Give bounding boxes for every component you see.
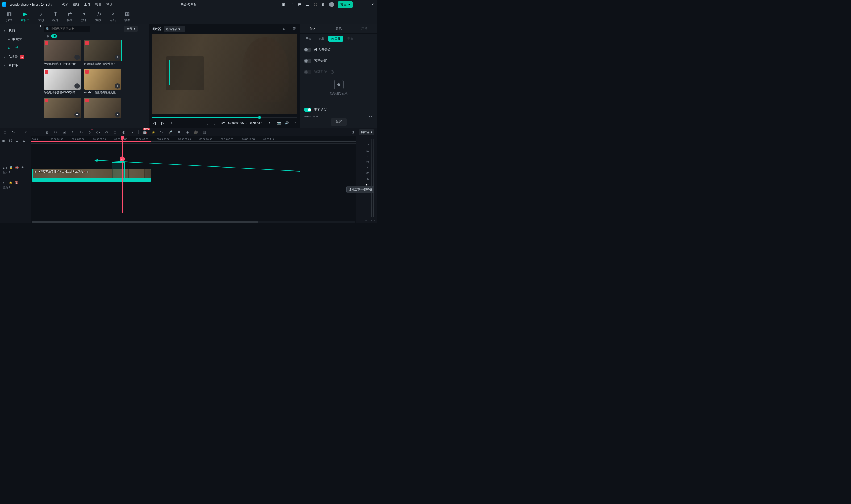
toggle-smart-cutout[interactable] xyxy=(304,59,311,63)
add-to-timeline-button[interactable]: + xyxy=(115,55,120,60)
mic-icon[interactable]: 🎤 xyxy=(168,130,173,134)
inspector-tab-speed[interactable]: 速度 xyxy=(351,24,377,33)
text-icon[interactable]: T▾ xyxy=(79,130,84,134)
media-thumb[interactable]: +芭蕾舞老師幫助小女孩拉伸 xyxy=(43,40,81,66)
zoom-out-icon[interactable]: − xyxy=(308,130,313,134)
menu-tools[interactable]: 工具 xyxy=(84,2,90,7)
redo-icon[interactable]: ↷ xyxy=(32,130,37,134)
inspector-tab-color[interactable]: 顏色 xyxy=(326,24,351,33)
cloud-icon[interactable]: ☁ xyxy=(305,2,310,7)
timeline-horizontal-scrollbar[interactable] xyxy=(32,221,355,223)
menu-help[interactable]: 幫助 xyxy=(106,2,113,7)
ai-robot-icon[interactable]: 🤖BETA xyxy=(142,130,147,134)
subtab-animation[interactable]: 動畫 xyxy=(345,36,356,42)
undo-icon[interactable]: ↶ xyxy=(24,130,29,134)
playhead[interactable] xyxy=(122,136,123,213)
more-button[interactable]: ⋯ xyxy=(140,27,146,31)
media-thumb[interactable]: + xyxy=(84,97,121,120)
tracking-rect[interactable] xyxy=(169,59,201,85)
sidebar-header-mine[interactable]: ▾我的 xyxy=(0,26,40,35)
tl-camera-icon[interactable]: 🎥 xyxy=(193,130,198,134)
toggle-plane-tracking[interactable] xyxy=(304,108,311,112)
quality-select[interactable]: 最高品質 ▾ xyxy=(164,26,185,32)
timeline-tracks[interactable]: 00:00 00:00:01:00 00:00:02:00 00:00:03:0… xyxy=(31,136,356,223)
sidebar-item-ai-draw[interactable]: ▸AI繪畫AI xyxy=(0,52,40,61)
monitor-icon[interactable]: ⌑ xyxy=(289,2,294,7)
tab-stickers[interactable]: ✧貼紙 xyxy=(110,11,116,22)
crop-to-fit-button[interactable]: ≡▾ xyxy=(220,120,225,126)
sidebar-item-downloads[interactable]: ⬇下載 xyxy=(0,43,40,52)
reset-button[interactable]: 重置 xyxy=(331,118,347,126)
toggle-motion-tracking[interactable] xyxy=(304,70,311,74)
playback-progress[interactable] xyxy=(151,117,297,118)
export-button[interactable]: 導出▾ xyxy=(338,1,352,8)
compare-icon[interactable]: ⧉ xyxy=(283,27,288,32)
minimize-icon[interactable]: — xyxy=(356,3,360,6)
audio-beat-icon[interactable]: ♫ xyxy=(70,130,75,134)
tab-transitions[interactable]: ⇄轉場 xyxy=(67,11,73,22)
tab-media[interactable]: ▥媒體 xyxy=(6,11,12,22)
subtab-ai-tools[interactable]: AI 工具 xyxy=(328,36,343,42)
zoom-in-icon[interactable]: + xyxy=(342,130,346,134)
lock-icon[interactable]: 🔒 xyxy=(9,166,13,170)
display-icon[interactable]: 🖵 xyxy=(268,120,273,126)
add-to-timeline-button[interactable]: + xyxy=(115,112,120,117)
tl-link-icon[interactable]: ▣ xyxy=(2,139,6,143)
fullscreen-icon[interactable]: ⤢ xyxy=(292,120,297,126)
subtab-basic[interactable]: 基礎 xyxy=(303,36,314,42)
mark-out-button[interactable]: } xyxy=(212,120,218,126)
filter-dropdown[interactable]: 全部▾ xyxy=(124,26,138,32)
save-icon[interactable]: ⬒ xyxy=(297,2,302,7)
apps-icon[interactable]: ⊞ xyxy=(321,2,326,7)
tab-titles[interactable]: T標題 xyxy=(52,11,58,22)
mute-icon[interactable]: 🔇 xyxy=(15,166,19,170)
sidebar-item-favorites[interactable]: ☆收藏夾 xyxy=(0,35,40,43)
close-icon[interactable]: ✕ xyxy=(371,3,375,6)
menu-file[interactable]: 檔案 xyxy=(62,2,68,7)
delete-icon[interactable]: 🗑 xyxy=(45,130,50,134)
stop-button[interactable]: □ xyxy=(177,120,182,126)
menu-edit[interactable]: 編輯 xyxy=(73,2,79,7)
add-to-timeline-button[interactable]: + xyxy=(74,55,80,60)
next-frame-button[interactable]: |▷ xyxy=(160,120,165,126)
tracking-tl-icon[interactable]: ⊡ xyxy=(113,130,117,134)
lock-icon[interactable]: 🔒 xyxy=(9,181,13,184)
tl-ripple-icon[interactable]: ⊏ xyxy=(23,139,27,143)
zoom-slider[interactable] xyxy=(317,132,338,132)
tl-grid-icon[interactable]: ▥ xyxy=(202,130,206,134)
video-clip[interactable]: ▶网课结束后老师和学生相互说再见镜头♦◈ xyxy=(33,168,151,182)
maximize-icon[interactable]: ◻ xyxy=(364,3,367,6)
more-tools-icon[interactable]: » xyxy=(130,130,134,134)
reset-tracker-icon[interactable]: ⟲ xyxy=(369,115,374,117)
tab-audio[interactable]: ♪音頻 xyxy=(38,11,44,22)
color-tl-icon[interactable]: ◐ xyxy=(121,130,126,134)
toggle-ai-portrait[interactable] xyxy=(304,48,311,52)
tl-chain-icon[interactable]: ⛓ xyxy=(9,139,13,143)
media-thumb[interactable]: +白色漁網手套是ASMR的最... xyxy=(43,69,81,94)
tab-templates[interactable]: ▦模板 xyxy=(124,11,130,22)
selection-region[interactable] xyxy=(112,162,125,182)
crop-icon[interactable]: ▣ xyxy=(62,130,67,134)
media-thumb[interactable]: + xyxy=(43,97,81,120)
snapshot-icon[interactable]: 📷 xyxy=(276,120,282,126)
screenshot-icon[interactable]: ▣ xyxy=(282,2,286,7)
eye-icon[interactable]: 👁 xyxy=(21,166,25,170)
menu-view[interactable]: 視圖 xyxy=(95,2,102,7)
timeline-ruler[interactable]: 00:00 00:00:01:00 00:00:02:00 00:00:03:0… xyxy=(31,136,356,144)
timer-icon[interactable]: ⏱ xyxy=(104,130,109,134)
mark-in-button[interactable]: { xyxy=(204,120,210,126)
prev-frame-button[interactable]: ◁| xyxy=(151,120,157,126)
media-thumb[interactable]: +ASMR，自主感覺經絡反應 xyxy=(84,69,121,94)
add-to-timeline-button[interactable]: + xyxy=(74,83,80,89)
tab-filters[interactable]: ◎濾鏡 xyxy=(95,11,101,22)
add-to-timeline-button[interactable]: + xyxy=(115,83,120,89)
subtitle-icon[interactable]: ≣ xyxy=(176,130,181,134)
cut-icon[interactable]: ✂ xyxy=(53,130,58,134)
search-input[interactable] xyxy=(43,25,90,32)
play-button[interactable]: ▷ xyxy=(169,120,174,126)
headphones-icon[interactable]: 🎧 xyxy=(313,2,318,7)
picture-icon[interactable]: 🖼 xyxy=(292,27,297,32)
user-avatar[interactable] xyxy=(329,2,334,7)
tab-effects[interactable]: ✦效果 xyxy=(81,11,87,22)
zoom-fit-icon[interactable]: ⊡ xyxy=(350,130,355,134)
